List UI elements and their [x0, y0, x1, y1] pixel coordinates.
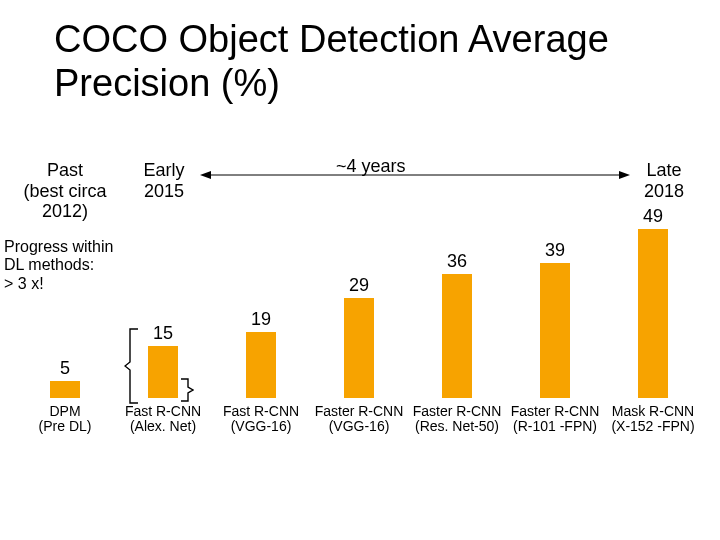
x-axis-label: Faster R-CNN(VGG-16) [310, 404, 408, 435]
bar-value: 49 [643, 206, 663, 227]
svg-marker-1 [200, 171, 211, 179]
bar-value: 36 [447, 251, 467, 272]
chart-bars: 5 15 19 29 36 39 [16, 208, 704, 398]
bar-value: 15 [153, 323, 173, 344]
bar-value: 39 [545, 240, 565, 261]
bar-slot: 39 [506, 240, 604, 398]
timeline-arrow-icon [200, 168, 630, 182]
bar-slot: 5 [16, 358, 114, 398]
bar [50, 381, 80, 398]
era-early-label: Early2015 [130, 160, 198, 201]
bar-value: 29 [349, 275, 369, 296]
bar-slot: 19 [212, 309, 310, 398]
bracket-left-icon [124, 328, 140, 404]
bracket-right-icon [180, 378, 194, 402]
x-axis-label: Faster R-CNN(Res. Net-50) [408, 404, 506, 435]
bar [344, 298, 374, 398]
era-late-label: Late2018 [634, 160, 694, 201]
x-axis-label: Fast R-CNN(Alex. Net) [114, 404, 212, 435]
bar [638, 229, 668, 398]
bar [442, 274, 472, 398]
bar [246, 332, 276, 398]
bar-value: 19 [251, 309, 271, 330]
x-axis-label: Faster R-CNN(R-101 -FPN) [506, 404, 604, 435]
slide: COCO Object Detection Average Precision … [0, 0, 720, 540]
x-axis-label: DPM(Pre DL) [16, 404, 114, 435]
bar-slot: 49 [604, 206, 702, 398]
x-axis-label: Mask R-CNN(X-152 -FPN) [604, 404, 702, 435]
bar-value: 5 [60, 358, 70, 379]
page-title: COCO Object Detection Average Precision … [54, 18, 674, 105]
progress-note: Progress withinDL methods:> 3 x! [4, 238, 128, 293]
bar-slot: 29 [310, 275, 408, 398]
bar-slot: 36 [408, 251, 506, 398]
bar [540, 263, 570, 398]
x-axis-label: Fast R-CNN(VGG-16) [212, 404, 310, 435]
svg-marker-2 [619, 171, 630, 179]
bar [148, 346, 178, 398]
